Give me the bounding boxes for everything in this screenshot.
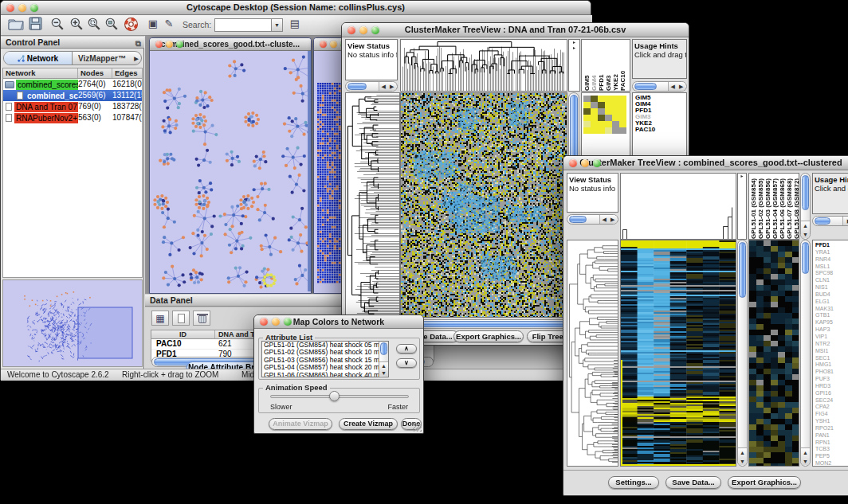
treeview-dna-titlebar[interactable]: ClusterMaker TreeView : DNA and Tran 07-… bbox=[342, 23, 689, 37]
network-view-titlebar[interactable]: combined_scores_good.txt--cluste... bbox=[150, 38, 311, 51]
scroll-thumb[interactable] bbox=[634, 83, 657, 90]
column-dendrogram-panel[interactable] bbox=[400, 39, 567, 92]
gene-label[interactable]: PAN1 bbox=[815, 432, 848, 440]
attribute-select-icon[interactable]: ▦ bbox=[151, 311, 169, 326]
scroll-up-icon[interactable]: ▲ bbox=[738, 448, 747, 457]
close-icon[interactable] bbox=[347, 26, 355, 34]
scroll-down-icon[interactable]: ▼ bbox=[801, 457, 810, 466]
scroll-thumb[interactable] bbox=[569, 216, 587, 223]
minimize-icon[interactable] bbox=[581, 159, 589, 167]
row-dendrogram-canvas[interactable] bbox=[346, 93, 399, 317]
gene-label[interactable]: MAK31 bbox=[815, 306, 848, 313]
export-graphics-button[interactable]: Export Graphics... bbox=[453, 330, 524, 342]
column-label[interactable]: GPL51-03 (GSM856) bbox=[764, 174, 771, 239]
correlation-matrix-canvas[interactable] bbox=[583, 96, 626, 134]
zoom-window-icon[interactable] bbox=[30, 4, 38, 12]
network-table-row[interactable]: RNAPuberNov2+|563(0)107847(0) bbox=[3, 112, 142, 123]
scroll-right-icon[interactable]: ▶ bbox=[677, 82, 686, 91]
settings-button[interactable]: Settings... bbox=[608, 476, 659, 489]
gene-label[interactable]: NIS1 bbox=[815, 284, 848, 291]
column-label[interactable]: PFD1 bbox=[598, 40, 605, 91]
gene-label[interactable]: RNR4 bbox=[815, 256, 848, 264]
column-label[interactable]: YKE2 bbox=[612, 40, 619, 91]
gene-label[interactable]: TCB3 bbox=[815, 446, 848, 453]
gene-label[interactable]: GTB1 bbox=[815, 312, 848, 319]
birdseye-canvas[interactable] bbox=[3, 280, 142, 366]
heatmap-hscrollbar[interactable] bbox=[400, 319, 567, 329]
gene-label[interactable]: BUD4 bbox=[815, 291, 848, 299]
close-icon[interactable] bbox=[260, 318, 268, 326]
new-attribute-icon[interactable] bbox=[172, 311, 190, 326]
gene-label[interactable]: CPA2 bbox=[815, 404, 848, 411]
network-table-row[interactable]: DNA and Tran 07769(0)183728(0) bbox=[3, 101, 142, 112]
gene-label[interactable]: MON2 bbox=[815, 460, 848, 467]
heatmap-vscrollbar[interactable]: ▲▼ bbox=[737, 240, 748, 467]
gene-label[interactable]: PEP5 bbox=[815, 453, 848, 460]
zoom-window-icon[interactable] bbox=[593, 159, 601, 167]
scroll-thumb[interactable] bbox=[402, 321, 565, 327]
heatmap-zoom-panel[interactable] bbox=[748, 240, 799, 467]
main-titlebar[interactable]: Cytoscape Desktop (Session Name: collins… bbox=[1, 1, 591, 15]
gene-label[interactable]: ELG1 bbox=[815, 299, 848, 306]
scroll-up-icon[interactable]: ▲ bbox=[801, 448, 810, 457]
scroll-down-icon[interactable]: ▼ bbox=[801, 230, 810, 239]
heatmap-global-canvas[interactable] bbox=[621, 240, 736, 466]
minimize-icon[interactable] bbox=[18, 4, 26, 12]
col-nodes[interactable]: Nodes bbox=[78, 68, 112, 78]
save-icon[interactable] bbox=[25, 17, 45, 34]
gene-label[interactable]: YSH1 bbox=[815, 418, 848, 425]
gene-label[interactable]: PFD1 bbox=[815, 242, 848, 249]
create-vizmap-button[interactable]: Create Vizmap bbox=[339, 418, 398, 430]
column-label[interactable]: GPL51-06 (GSM865) bbox=[779, 174, 786, 239]
view-status-hscrollbar[interactable]: ◀▶ bbox=[567, 214, 618, 225]
attribute-list-vscrollbar[interactable]: ▲▼ bbox=[379, 342, 388, 377]
close-icon[interactable] bbox=[155, 41, 163, 48]
tab-overflow-arrow[interactable]: ▶ bbox=[132, 52, 141, 64]
zoom-window-icon[interactable] bbox=[176, 41, 183, 48]
map-colors-titlebar[interactable]: Map Colors to Network bbox=[254, 315, 423, 329]
row-dendrogram-panel[interactable] bbox=[567, 240, 618, 467]
scroll-up-icon[interactable]: ▲ bbox=[379, 362, 388, 369]
network-canvas[interactable] bbox=[150, 51, 311, 291]
animation-speed-slider-thumb[interactable] bbox=[329, 391, 340, 401]
column-label[interactable]: GIM4 bbox=[591, 40, 598, 91]
labels-vscrollbar[interactable]: ▲▼ bbox=[800, 173, 811, 240]
gene-label[interactable]: MSL1 bbox=[815, 264, 848, 271]
zoom-vscrollbar[interactable]: ▲▼ bbox=[800, 240, 811, 467]
heatmap-global-panel[interactable] bbox=[620, 240, 736, 467]
column-label[interactable]: GPL51-04 (GSM857) bbox=[771, 174, 779, 239]
export-graphics-button[interactable]: Export Graphics... bbox=[728, 476, 801, 489]
close-icon[interactable] bbox=[569, 159, 577, 167]
gene-label[interactable]: SEC1 bbox=[815, 355, 848, 362]
open-folder-icon[interactable] bbox=[6, 17, 26, 34]
view-settings-icon[interactable]: ▣ bbox=[146, 18, 160, 35]
help-lifering-icon[interactable] bbox=[120, 17, 141, 34]
scroll-left-icon[interactable]: ◀ bbox=[379, 82, 388, 91]
scroll-down-icon[interactable]: ▼ bbox=[738, 457, 747, 466]
column-label[interactable]: PAC10 bbox=[619, 40, 626, 91]
gene-label[interactable]: NTR2 bbox=[815, 341, 848, 348]
gene-label[interactable]: CLN1 bbox=[815, 277, 848, 284]
attribute-search-icon[interactable]: ▤ bbox=[288, 18, 302, 35]
move-up-button[interactable]: ∧ bbox=[396, 344, 417, 354]
move-down-button[interactable]: ∨ bbox=[396, 358, 417, 368]
tab-vizmapper[interactable]: VizMapper™ bbox=[73, 52, 132, 64]
column-label[interactable]: GIM3 bbox=[605, 40, 612, 91]
gene-label[interactable]: RPN1 bbox=[815, 440, 848, 447]
tab-network[interactable]: Network bbox=[4, 52, 73, 64]
network-table-row[interactable]: combined_sco2569(6)13112(15) bbox=[3, 90, 142, 101]
minimize-icon[interactable] bbox=[330, 41, 337, 48]
scroll-up-icon[interactable]: ▲ bbox=[801, 221, 810, 230]
zoom-window-icon[interactable] bbox=[371, 26, 379, 34]
scroll-right-icon[interactable]: ▶ bbox=[843, 217, 848, 225]
gene-label[interactable]: PAC10 bbox=[635, 127, 686, 133]
column-label[interactable]: GPL51-07 (GSM868) bbox=[786, 174, 793, 239]
zoom-fit-icon[interactable] bbox=[101, 17, 122, 34]
close-icon[interactable] bbox=[320, 41, 327, 48]
data-col-id[interactable]: ID bbox=[151, 330, 215, 338]
gene-label[interactable]: YRA1 bbox=[815, 249, 848, 256]
minimize-icon[interactable] bbox=[359, 26, 367, 34]
scroll-right-icon[interactable]: ▶ bbox=[609, 215, 618, 224]
gene-label[interactable]: HMG1 bbox=[815, 361, 848, 369]
column-dendrogram-panel[interactable] bbox=[620, 173, 736, 240]
